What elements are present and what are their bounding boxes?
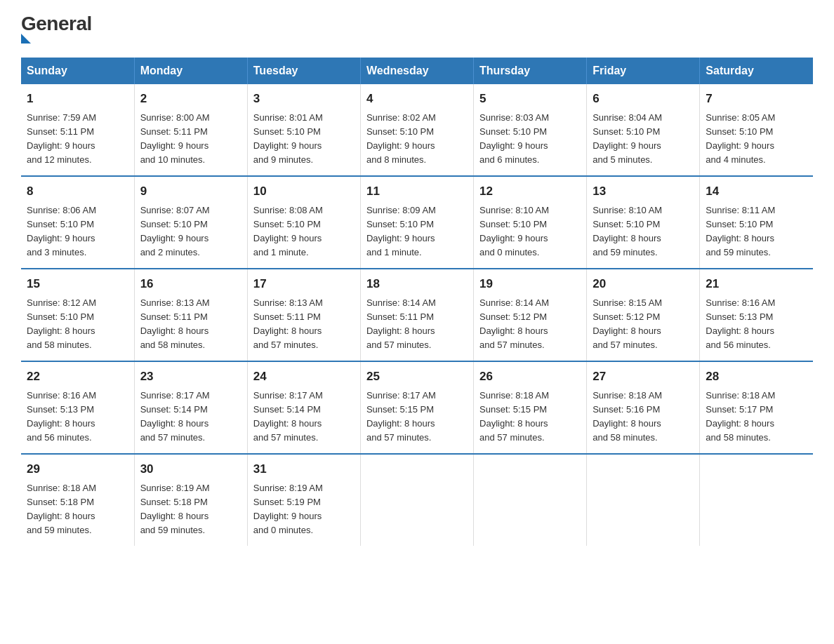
day-number: 27: [593, 368, 694, 386]
day-info: Sunrise: 8:17 AMSunset: 5:15 PMDaylight:…: [366, 389, 468, 445]
day-info: Sunrise: 8:09 AMSunset: 5:10 PMDaylight:…: [366, 203, 468, 260]
calendar-week-row: 22Sunrise: 8:16 AMSunset: 5:13 PMDayligh…: [21, 361, 813, 454]
header-friday: Friday: [587, 58, 700, 84]
day-number: 11: [366, 182, 468, 201]
day-number: 14: [706, 182, 807, 201]
day-number: 26: [479, 368, 581, 386]
table-row: 4Sunrise: 8:02 AMSunset: 5:10 PMDaylight…: [360, 84, 473, 176]
table-row: [474, 454, 587, 546]
day-number: 19: [479, 275, 581, 293]
day-info: Sunrise: 8:01 AMSunset: 5:10 PMDaylight:…: [253, 111, 355, 168]
day-info: Sunrise: 8:17 AMSunset: 5:14 PMDaylight:…: [140, 389, 241, 445]
header-monday: Monday: [134, 58, 247, 84]
table-row: 6Sunrise: 8:04 AMSunset: 5:10 PMDaylight…: [587, 84, 700, 176]
day-number: 31: [253, 460, 355, 478]
day-number: 29: [27, 460, 128, 478]
table-row: 15Sunrise: 8:12 AMSunset: 5:10 PMDayligh…: [21, 269, 134, 361]
day-info: Sunrise: 8:10 AMSunset: 5:10 PMDaylight:…: [593, 203, 694, 260]
day-number: 17: [253, 275, 355, 293]
day-number: 8: [27, 182, 128, 201]
calendar-week-row: 1Sunrise: 7:59 AMSunset: 5:11 PMDaylight…: [21, 84, 813, 176]
day-number: 1: [27, 90, 128, 108]
day-info: Sunrise: 7:59 AMSunset: 5:11 PMDaylight:…: [27, 111, 128, 168]
day-number: 23: [140, 368, 241, 386]
table-row: [587, 454, 700, 546]
day-info: Sunrise: 8:17 AMSunset: 5:14 PMDaylight:…: [253, 389, 355, 445]
table-row: 2Sunrise: 8:00 AMSunset: 5:11 PMDaylight…: [134, 84, 247, 176]
table-row: 8Sunrise: 8:06 AMSunset: 5:10 PMDaylight…: [21, 176, 134, 269]
day-info: Sunrise: 8:05 AMSunset: 5:10 PMDaylight:…: [706, 111, 807, 168]
table-row: 11Sunrise: 8:09 AMSunset: 5:10 PMDayligh…: [360, 176, 473, 269]
header-thursday: Thursday: [474, 58, 587, 84]
day-number: 6: [593, 90, 694, 108]
table-row: 22Sunrise: 8:16 AMSunset: 5:13 PMDayligh…: [21, 361, 134, 454]
day-info: Sunrise: 8:00 AMSunset: 5:11 PMDaylight:…: [140, 111, 241, 168]
day-number: 30: [140, 460, 241, 478]
table-row: 31Sunrise: 8:19 AMSunset: 5:19 PMDayligh…: [247, 454, 360, 546]
calendar-header-row: Sunday Monday Tuesday Wednesday Thursday…: [21, 58, 813, 84]
day-number: 7: [706, 90, 807, 108]
day-info: Sunrise: 8:12 AMSunset: 5:10 PMDaylight:…: [27, 296, 128, 353]
day-info: Sunrise: 8:18 AMSunset: 5:15 PMDaylight:…: [479, 389, 581, 445]
day-info: Sunrise: 8:15 AMSunset: 5:12 PMDaylight:…: [593, 296, 694, 353]
logo: General: [21, 14, 92, 43]
day-number: 24: [253, 368, 355, 386]
day-number: 9: [140, 182, 241, 201]
calendar-week-row: 15Sunrise: 8:12 AMSunset: 5:10 PMDayligh…: [21, 269, 813, 361]
table-row: 14Sunrise: 8:11 AMSunset: 5:10 PMDayligh…: [700, 176, 813, 269]
table-row: 28Sunrise: 8:18 AMSunset: 5:17 PMDayligh…: [700, 361, 813, 454]
day-info: Sunrise: 8:19 AMSunset: 5:19 PMDaylight:…: [253, 481, 355, 538]
day-info: Sunrise: 8:16 AMSunset: 5:13 PMDaylight:…: [27, 389, 128, 445]
table-row: 20Sunrise: 8:15 AMSunset: 5:12 PMDayligh…: [587, 269, 700, 361]
table-row: 9Sunrise: 8:07 AMSunset: 5:10 PMDaylight…: [134, 176, 247, 269]
table-row: [360, 454, 473, 546]
table-row: 29Sunrise: 8:18 AMSunset: 5:18 PMDayligh…: [21, 454, 134, 546]
logo-arrow-icon: [21, 34, 31, 43]
table-row: 13Sunrise: 8:10 AMSunset: 5:10 PMDayligh…: [587, 176, 700, 269]
header-sunday: Sunday: [21, 58, 134, 84]
table-row: 27Sunrise: 8:18 AMSunset: 5:16 PMDayligh…: [587, 361, 700, 454]
day-number: 25: [366, 368, 468, 386]
table-row: 18Sunrise: 8:14 AMSunset: 5:11 PMDayligh…: [360, 269, 473, 361]
calendar-week-row: 29Sunrise: 8:18 AMSunset: 5:18 PMDayligh…: [21, 454, 813, 546]
day-info: Sunrise: 8:03 AMSunset: 5:10 PMDaylight:…: [479, 111, 581, 168]
day-number: 3: [253, 90, 355, 108]
table-row: 5Sunrise: 8:03 AMSunset: 5:10 PMDaylight…: [474, 84, 587, 176]
day-number: 18: [366, 275, 468, 293]
day-info: Sunrise: 8:11 AMSunset: 5:10 PMDaylight:…: [706, 203, 807, 260]
day-number: 5: [479, 90, 581, 108]
day-info: Sunrise: 8:06 AMSunset: 5:10 PMDaylight:…: [27, 203, 128, 260]
day-number: 22: [27, 368, 128, 386]
day-number: 20: [593, 275, 694, 293]
logo-blue-text: [21, 34, 31, 43]
day-info: Sunrise: 8:10 AMSunset: 5:10 PMDaylight:…: [479, 203, 581, 260]
header-wednesday: Wednesday: [360, 58, 473, 84]
day-info: Sunrise: 8:04 AMSunset: 5:10 PMDaylight:…: [593, 111, 694, 168]
table-row: 24Sunrise: 8:17 AMSunset: 5:14 PMDayligh…: [247, 361, 360, 454]
table-row: 21Sunrise: 8:16 AMSunset: 5:13 PMDayligh…: [700, 269, 813, 361]
table-row: 25Sunrise: 8:17 AMSunset: 5:15 PMDayligh…: [360, 361, 473, 454]
day-number: 15: [27, 275, 128, 293]
table-row: 3Sunrise: 8:01 AMSunset: 5:10 PMDaylight…: [247, 84, 360, 176]
day-info: Sunrise: 8:18 AMSunset: 5:17 PMDaylight:…: [706, 389, 807, 445]
day-number: 12: [479, 182, 581, 201]
calendar-week-row: 8Sunrise: 8:06 AMSunset: 5:10 PMDaylight…: [21, 176, 813, 269]
day-number: 21: [706, 275, 807, 293]
calendar-table: Sunday Monday Tuesday Wednesday Thursday…: [21, 58, 813, 546]
day-info: Sunrise: 8:14 AMSunset: 5:11 PMDaylight:…: [366, 296, 468, 353]
table-row: 17Sunrise: 8:13 AMSunset: 5:11 PMDayligh…: [247, 269, 360, 361]
day-info: Sunrise: 8:13 AMSunset: 5:11 PMDaylight:…: [253, 296, 355, 353]
day-number: 4: [366, 90, 468, 108]
day-info: Sunrise: 8:07 AMSunset: 5:10 PMDaylight:…: [140, 203, 241, 260]
day-info: Sunrise: 8:02 AMSunset: 5:10 PMDaylight:…: [366, 111, 468, 168]
table-row: 1Sunrise: 7:59 AMSunset: 5:11 PMDaylight…: [21, 84, 134, 176]
day-number: 28: [706, 368, 807, 386]
day-number: 2: [140, 90, 241, 108]
day-info: Sunrise: 8:14 AMSunset: 5:12 PMDaylight:…: [479, 296, 581, 353]
table-row: 7Sunrise: 8:05 AMSunset: 5:10 PMDaylight…: [700, 84, 813, 176]
header-tuesday: Tuesday: [247, 58, 360, 84]
day-info: Sunrise: 8:16 AMSunset: 5:13 PMDaylight:…: [706, 296, 807, 353]
table-row: [700, 454, 813, 546]
day-number: 10: [253, 182, 355, 201]
table-row: 19Sunrise: 8:14 AMSunset: 5:12 PMDayligh…: [474, 269, 587, 361]
